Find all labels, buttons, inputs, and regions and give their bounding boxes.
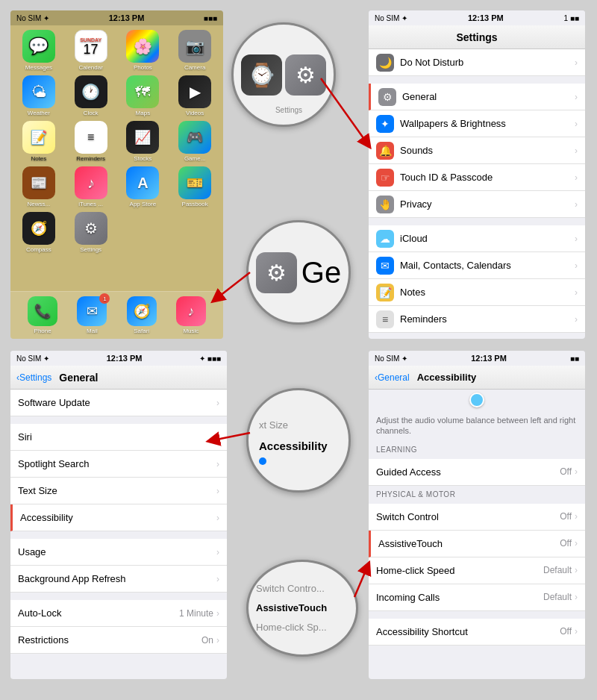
- svg-line-3: [354, 567, 367, 597]
- acc-carrier: No SIM ✦: [375, 354, 407, 363]
- settings-row-privacy[interactable]: 🤚 Privacy ›: [369, 191, 585, 218]
- icloud-chevron: ›: [575, 234, 578, 244]
- settings-row-reminders[interactable]: ≡ Reminders ›: [369, 306, 585, 333]
- settings-row-dnd[interactable]: 🌙 Do Not Disturb ›: [369, 49, 585, 76]
- app-stocks[interactable]: 📈 Stocks: [119, 121, 167, 162]
- acc-row-guided-access[interactable]: Guided Access Off ›: [369, 459, 585, 486]
- app-maps[interactable]: 🗺 Maps: [119, 75, 167, 116]
- app-messages[interactable]: 💬 Messages: [15, 30, 63, 71]
- accessibility-label: Accessibility: [20, 512, 216, 523]
- acc-row-incoming-calls[interactable]: Incoming Calls Default ›: [369, 584, 585, 611]
- acc-back-button[interactable]: ‹ General: [375, 372, 410, 383]
- general-row-auto-lock[interactable]: Auto-Lock 1 Minute ›: [10, 600, 227, 627]
- acc-battery: ■■: [570, 354, 579, 363]
- zoom-settings-icon: ⚙: [285, 54, 326, 96]
- app-blank1: [119, 212, 167, 253]
- settings-row-touchid[interactable]: ☞ Touch ID & Passcode ›: [369, 164, 585, 191]
- app-gamecenter[interactable]: 🎮 Game...: [171, 121, 219, 162]
- acc-row-switch-control[interactable]: Switch Control Off ›: [369, 504, 585, 531]
- general-row-accessibility[interactable]: Accessibility ›: [10, 504, 227, 531]
- physical-motor-section-header: PHYSICAL & MOTOR: [369, 486, 585, 504]
- general-status-bar: No SIM ✦ 12:13 PM ✦ ■■■: [10, 351, 227, 366]
- switch-control-value: Off: [560, 511, 572, 522]
- privacy-label: Privacy: [400, 199, 575, 210]
- settings-row-sounds[interactable]: 🔔 Sounds ›: [369, 137, 585, 164]
- incoming-calls-value: Default: [543, 592, 572, 602]
- sounds-icon: 🔔: [376, 142, 394, 160]
- settings-battery: 1 ■■: [564, 14, 579, 22]
- settings-row-notes[interactable]: 📝 Notes ›: [369, 279, 585, 306]
- app-newsstand[interactable]: 📰 Newss...: [15, 166, 63, 207]
- general-row-siri[interactable]: Siri ›: [10, 424, 227, 451]
- zoom3-text-size: xt Size: [259, 416, 341, 435]
- app-camera[interactable]: 📷 Camera: [171, 30, 219, 71]
- app-grid: 💬 Messages Sunday 17 Calendar 🌸 Photos 📷…: [10, 25, 223, 257]
- general-row-bg-refresh[interactable]: Background App Refresh ›: [10, 566, 227, 593]
- home-time: 12:13 PM: [109, 13, 145, 22]
- home-click-label: Home-click Speed: [376, 565, 543, 576]
- zoom4-home-click: Home-click Sp...: [256, 618, 348, 637]
- switch-control-label: Switch Control: [376, 511, 560, 522]
- app-calendar[interactable]: Sunday 17 Calendar: [67, 30, 115, 71]
- zoom-circle-3: xt Size Accessibility: [246, 388, 351, 493]
- app-videos[interactable]: ▶ Videos: [171, 75, 219, 116]
- settings-row-general[interactable]: ⚙ General ›: [369, 84, 585, 110]
- general-time: 12:13 PM: [107, 354, 143, 363]
- zoom-ge-text: Ge: [301, 256, 341, 290]
- notes-label: Notes: [400, 287, 575, 298]
- zoom-circle-4: Switch Contro... AssistiveTouch Home-cli…: [246, 560, 358, 657]
- assistive-touch-value: Off: [560, 538, 572, 549]
- app-notes[interactable]: 📝 Notes: [15, 121, 63, 162]
- app-mail[interactable]: ✉ 1 Mail: [77, 296, 107, 334]
- general-row-text-size[interactable]: Text Size ›: [10, 478, 227, 504]
- guided-access-chevron: ›: [575, 466, 578, 477]
- general-row-restrictions[interactable]: Restrictions On ›: [10, 627, 227, 654]
- app-blank2: [171, 212, 219, 253]
- acc-row-home-click[interactable]: Home-click Speed Default ›: [369, 557, 585, 584]
- home-carrier: No SIM ✦: [16, 14, 49, 22]
- app-settings[interactable]: ⚙ Settings: [67, 212, 115, 253]
- mail-label: Mail, Contacts, Calendars: [400, 260, 575, 271]
- app-clock[interactable]: 🕐 Clock: [67, 75, 115, 116]
- assistive-touch-label: AssistiveTouch: [378, 538, 560, 549]
- usage-label: Usage: [18, 546, 216, 557]
- app-weather[interactable]: 🌤 Weather: [15, 75, 63, 116]
- general-row-spotlight[interactable]: Spotlight Search ›: [10, 451, 227, 478]
- usage-chevron: ›: [216, 547, 219, 557]
- restrictions-value: On: [201, 635, 213, 646]
- acc-status-bar: No SIM ✦ 12:13 PM ■■: [369, 351, 585, 366]
- app-music[interactable]: ♪ Music: [176, 296, 206, 334]
- general-row-software-update[interactable]: Software Update ›: [10, 390, 227, 416]
- app-appstore[interactable]: A App Store: [119, 166, 167, 207]
- general-settings-panel: No SIM ✦ 12:13 PM ✦ ■■■ ‹ Settings Gener…: [10, 351, 227, 679]
- software-update-chevron: ›: [216, 398, 219, 408]
- general-row-usage[interactable]: Usage ›: [10, 539, 227, 566]
- app-phone[interactable]: 📞 Phone: [28, 296, 57, 334]
- app-safari[interactable]: 🧭 Safari: [127, 296, 157, 334]
- home-battery: ■■■: [204, 14, 217, 22]
- app-compass[interactable]: 🧭 Compass: [15, 212, 63, 253]
- general-icon: ⚙: [378, 88, 396, 106]
- app-passbook[interactable]: 🎫 Passbook: [171, 166, 219, 207]
- bg-refresh-chevron: ›: [216, 574, 219, 584]
- app-photos[interactable]: 🌸 Photos: [119, 30, 167, 71]
- restrictions-chevron: ›: [216, 635, 219, 646]
- acc-row-assistive-touch[interactable]: AssistiveTouch Off ›: [369, 531, 585, 557]
- general-bt: ✦ ■■■: [199, 354, 221, 363]
- settings-row-mail[interactable]: ✉ Mail, Contacts, Calendars ›: [369, 252, 585, 279]
- software-update-label: Software Update: [18, 397, 216, 408]
- acc-nav-bar: ‹ General Accessibility: [369, 366, 585, 390]
- app-itunes[interactable]: ♪ iTunes ...: [67, 166, 115, 207]
- settings-back-button[interactable]: ‹ Settings: [16, 372, 51, 383]
- reminders-chevron: ›: [575, 314, 578, 325]
- app-reminders[interactable]: ≡ Reminders: [67, 121, 115, 162]
- acc-row-shortcut[interactable]: Accessibility Shortcut Off ›: [369, 619, 585, 646]
- incoming-calls-label: Incoming Calls: [376, 592, 543, 603]
- settings-row-icloud[interactable]: ☁ iCloud ›: [369, 225, 585, 252]
- zoom-watch-icon: ⌚: [241, 54, 282, 96]
- general-nav-title: General: [59, 372, 98, 384]
- settings-row-wallpaper[interactable]: ✦ Wallpapers & Brightness ›: [369, 110, 585, 137]
- general-carrier: No SIM ✦: [16, 354, 49, 363]
- acc-nav-title: Accessibility: [417, 372, 477, 383]
- sounds-label: Sounds: [400, 145, 575, 156]
